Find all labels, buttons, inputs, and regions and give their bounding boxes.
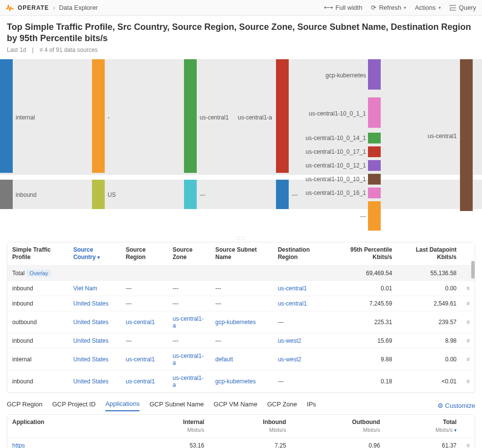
sankey-node-subnet3[interactable]: [368, 146, 381, 157]
sankey-label: -: [108, 114, 110, 121]
breadcrumb: OPERATE › Data Explorer: [6, 4, 98, 11]
sankey-node-subnet1[interactable]: [368, 97, 381, 128]
main-table: Simple Traffic Profile Source Country ▾ …: [7, 242, 475, 393]
table-row[interactable]: https 53.16 7.25 0.96 61.37 ≡: [7, 438, 475, 448]
query-label: Query: [459, 4, 476, 11]
col-p95[interactable]: 95th Percentile Kbits/s: [332, 242, 397, 266]
sankey-node-dest-uscentral1[interactable]: [460, 59, 473, 211]
breadcrumb-current[interactable]: Data Explorer: [59, 4, 97, 11]
app-table-header: Application InternalMbits/s InboundMbits…: [7, 415, 475, 438]
tab-applications[interactable]: Applications: [105, 400, 139, 411]
row-menu-icon[interactable]: ≡: [461, 438, 475, 448]
table-row[interactable]: inbound United States --- --- --- us-wes…: [7, 333, 475, 348]
sankey-node-subnet4[interactable]: [368, 160, 381, 171]
sankey-node-us[interactable]: [92, 180, 105, 209]
sankey-node-inbound[interactable]: [0, 180, 13, 209]
col-app[interactable]: Application: [7, 415, 132, 438]
sankey-node-dash[interactable]: [92, 59, 105, 173]
brand[interactable]: OPERATE: [18, 4, 49, 11]
tab-gcp-region[interactable]: GCP Region: [7, 401, 43, 411]
full-width-label: Full width: [336, 4, 363, 11]
col-subnet[interactable]: Source Subnet Name: [210, 242, 273, 266]
full-width-button[interactable]: ⟷ Full width: [324, 4, 363, 11]
sankey-node-subnet2[interactable]: [368, 133, 381, 143]
query-icon: [450, 5, 457, 11]
flow-gap: [0, 209, 482, 231]
tab-gcp-zone[interactable]: GCP Zone: [267, 401, 297, 411]
logo-icon: [6, 4, 14, 11]
col-zone[interactable]: Source Zone: [168, 242, 210, 266]
sankey-label: internal: [16, 114, 35, 121]
col-profile[interactable]: Simple Traffic Profile: [7, 242, 69, 266]
sort-icon: ▾: [454, 427, 457, 433]
sankey-label: us-central1-10_0_12_1: [302, 162, 366, 169]
col-dest[interactable]: Destination Region: [273, 242, 332, 266]
sankey-node-internal[interactable]: [0, 59, 13, 173]
tab-ips[interactable]: IPs: [307, 401, 316, 411]
resize-handle[interactable]: ::::: [0, 235, 482, 242]
application-table: Application InternalMbits/s InboundMbits…: [7, 414, 475, 448]
sankey-chart[interactable]: internal inbound - US us-central1 --- us…: [0, 59, 482, 231]
overlay-badge[interactable]: Overlay: [26, 270, 51, 277]
table-row[interactable]: inbound United States --- --- --- us-cen…: [7, 296, 475, 311]
sankey-node-dashes3[interactable]: [368, 201, 381, 231]
query-button[interactable]: Query: [450, 4, 476, 11]
sankey-node-uscentral1[interactable]: [184, 59, 197, 173]
sankey-node-dashes[interactable]: [184, 180, 197, 209]
sankey-label: us-central1: [428, 133, 457, 140]
table-row[interactable]: inbound United States us-central1 us-cen…: [7, 370, 475, 392]
sankey-node-subnet5[interactable]: [368, 174, 381, 185]
customize-button[interactable]: ⚙Customize: [437, 402, 475, 409]
sankey-label: US: [108, 191, 116, 198]
sankey-node-dashes2[interactable]: [276, 180, 289, 209]
page-header: Top Simple Traffic Profile, Src Country,…: [0, 16, 482, 53]
tab-gcp-vm-name[interactable]: GCP VM Name: [214, 401, 257, 411]
col-total[interactable]: TotalMbits/s ▾: [385, 415, 461, 438]
col-region[interactable]: Source Region: [121, 242, 168, 266]
table-row[interactable]: internal United States us-central1 us-ce…: [7, 348, 475, 370]
col-country[interactable]: Source Country ▾: [69, 242, 121, 266]
col-inbound[interactable]: InboundMbits/s: [209, 415, 291, 438]
page-title: Top Simple Traffic Profile, Src Country,…: [7, 22, 475, 45]
actions-button[interactable]: Actions ▾: [415, 4, 441, 11]
tab-gcp-subnet-name[interactable]: GCP Subnet Name: [149, 401, 204, 411]
sort-icon: ▾: [97, 255, 100, 260]
sankey-label: ---: [292, 191, 298, 198]
refresh-icon: ⟳: [371, 4, 376, 11]
sankey-label: gcp-kubernetes: [321, 72, 366, 79]
topbar: OPERATE › Data Explorer ⟷ Full width ⟳ R…: [0, 0, 482, 16]
sankey-label: us-central1: [200, 114, 229, 121]
scrollbar[interactable]: [471, 261, 475, 393]
chevron-down-icon: ▾: [438, 5, 441, 10]
sankey-node-subnet6[interactable]: [368, 188, 381, 198]
full-width-icon: ⟷: [324, 4, 333, 11]
actions-label: Actions: [415, 4, 436, 11]
col-internal[interactable]: InternalMbits/s: [132, 415, 209, 438]
sankey-label: us-central1-10_0_14_1: [302, 135, 366, 141]
sankey-node-gcpk8s[interactable]: [368, 59, 381, 90]
table-row[interactable]: inbound Viet Nam --- --- --- us-central1…: [7, 281, 475, 296]
table-total-row: TotalOverlay 69,469.54 55,136.58: [7, 265, 475, 281]
time-range[interactable]: Last 1d: [7, 47, 26, 53]
divider: |: [32, 47, 33, 53]
chevron-down-icon[interactable]: ▾: [404, 5, 406, 10]
refresh-button[interactable]: ⟳ Refresh ▾: [371, 4, 406, 11]
database-icon: ≡: [40, 47, 43, 53]
col-outbound[interactable]: OutboundMbits/s: [291, 415, 385, 438]
sankey-node-uscentral1a[interactable]: [276, 59, 289, 173]
sankey-label: us-central1-10_0_17_1: [302, 148, 366, 155]
sankey-label: ---: [200, 191, 206, 198]
topbar-actions: ⟷ Full width ⟳ Refresh ▾ Actions ▾ Query: [324, 4, 477, 11]
sankey-label: ---: [352, 213, 366, 220]
table-row[interactable]: outbound United States us-central1 us-ce…: [7, 311, 475, 333]
sankey-label: us-central1-10_0_1_1: [306, 110, 366, 117]
sankey-label: inbound: [16, 191, 37, 198]
refresh-label: Refresh: [379, 4, 401, 11]
data-sources[interactable]: ≡ 4 of 91 data sources: [40, 47, 98, 53]
sankey-label: us-central1-a: [238, 114, 272, 121]
page-subtitle: Last 1d | ≡ 4 of 91 data sources: [7, 47, 475, 53]
secondary-tabs: GCP RegionGCP Project IDApplicationsGCP …: [0, 393, 482, 414]
col-last[interactable]: Last Datapoint Kbits/s: [397, 242, 461, 266]
tab-gcp-project-id[interactable]: GCP Project ID: [52, 401, 96, 411]
table-header: Simple Traffic Profile Source Country ▾ …: [7, 242, 475, 266]
